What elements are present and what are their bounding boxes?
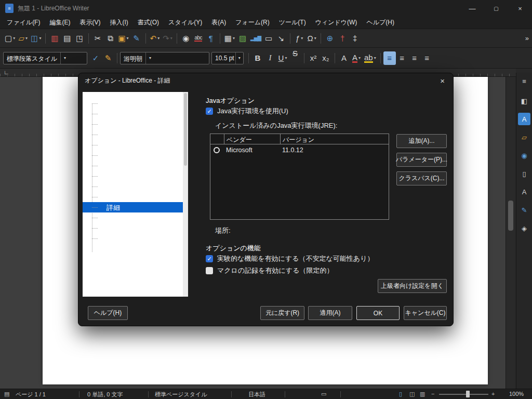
jre-table-row[interactable]: Microsoft 11.0.12 xyxy=(210,144,389,156)
dialog-close-button[interactable]: × xyxy=(438,76,447,85)
chevron-down-icon[interactable]: ▾ xyxy=(358,56,361,60)
copy-button[interactable]: ⧉ xyxy=(104,32,116,45)
toolbar-overflow-button[interactable]: » xyxy=(525,34,529,42)
align-left-button[interactable]: ≡ xyxy=(383,51,396,65)
sidebar-character-button[interactable]: A xyxy=(518,113,530,125)
tree-item[interactable] xyxy=(83,181,188,192)
version-column-header[interactable]: バージョン xyxy=(280,134,389,144)
page-break-button[interactable]: ↘ xyxy=(275,32,287,45)
menu-view[interactable]: 表示(V) xyxy=(75,17,105,29)
help-button[interactable]: ヘルプ(H) xyxy=(88,306,128,320)
tree-item[interactable] xyxy=(83,119,188,129)
sidebar-navigator-button[interactable]: ◈ xyxy=(518,222,530,234)
menu-window[interactable]: ウィンドウ(W) xyxy=(311,17,362,29)
menu-styles[interactable]: スタイル(Y) xyxy=(164,17,207,29)
parameters-button[interactable]: パラメーター(P)... xyxy=(396,153,447,167)
sidebar-page-button[interactable]: ▯ xyxy=(518,167,530,180)
expert-config-button[interactable]: 上級者向け設定を開く xyxy=(378,279,447,293)
zoom-slider[interactable] xyxy=(439,394,488,395)
strikethrough-button[interactable]: S xyxy=(289,51,301,65)
insert-field-button[interactable]: ƒ▾ xyxy=(293,32,305,45)
menu-tools[interactable]: ツール(T) xyxy=(274,17,311,29)
menu-edit[interactable]: 編集(E) xyxy=(45,17,75,29)
tree-item[interactable] xyxy=(83,129,188,140)
special-character-button[interactable]: Ω▾ xyxy=(305,32,318,45)
page-number-status[interactable]: ページ 1 / 1 xyxy=(16,391,46,398)
menu-insert[interactable]: 挿入(I) xyxy=(105,17,132,29)
menu-help[interactable]: ヘルプ(H) xyxy=(362,17,399,29)
checkbox-unchecked-icon[interactable] xyxy=(206,267,213,274)
chevron-down-icon[interactable]: ▾ xyxy=(145,52,154,64)
chevron-down-icon[interactable]: ▾ xyxy=(60,52,69,64)
hyperlink-button[interactable]: ⊕ xyxy=(324,32,336,45)
macro-recording-checkbox-row[interactable]: マクロの記録を有効にする（限定的） xyxy=(206,266,333,275)
formatting-marks-button[interactable]: ¶ xyxy=(205,32,217,45)
insert-endnote-button[interactable]: ‡ xyxy=(349,32,361,45)
menu-table[interactable]: 表(A) xyxy=(207,17,231,29)
bold-button[interactable]: B xyxy=(251,51,264,65)
insert-image-button[interactable]: ▨ xyxy=(236,32,249,45)
apply-button[interactable]: 適用(A) xyxy=(308,306,352,320)
tree-item[interactable] xyxy=(83,161,188,171)
language-status[interactable]: 日本語 xyxy=(248,391,265,398)
tree-item[interactable] xyxy=(83,98,188,109)
font-size-combobox[interactable]: 10.5 pt ▾ xyxy=(211,52,244,64)
single-page-view-icon[interactable]: ▯ xyxy=(399,391,402,397)
menu-format[interactable]: 書式(O) xyxy=(133,17,164,29)
tree-item[interactable] xyxy=(83,171,188,181)
sidebar-properties-button[interactable]: ◧ xyxy=(518,95,530,107)
redo-button[interactable]: ↷▾ xyxy=(161,32,174,45)
subscript-button[interactable]: x₂ xyxy=(320,51,332,65)
new-document-button[interactable]: ▢▾ xyxy=(3,32,17,45)
open-button[interactable]: ▱▾ xyxy=(17,32,29,45)
tree-item[interactable] xyxy=(83,150,188,161)
font-name-combobox[interactable]: 游明朝 ▾ xyxy=(120,52,209,64)
chevron-down-icon[interactable]: ▾ xyxy=(374,56,376,60)
insert-chart-button[interactable]: ▂▅▇ xyxy=(249,32,262,45)
superscript-button[interactable]: x² xyxy=(307,51,320,65)
classpath-button[interactable]: クラスパス(C)... xyxy=(396,171,447,185)
ok-button[interactable]: OK xyxy=(356,306,400,320)
experimental-checkbox-row[interactable]: ✓ 実験的な機能を有効にする（不安定な可能性あり） xyxy=(206,254,374,263)
chevron-down-icon[interactable]: ▾ xyxy=(157,36,159,41)
highlight-color-button[interactable]: ab▾ xyxy=(363,51,378,65)
align-center-button[interactable]: ≡ xyxy=(396,51,408,65)
zoom-in-icon[interactable]: + xyxy=(491,391,495,397)
book-view-icon[interactable]: ▥ xyxy=(420,391,425,397)
chevron-down-icon[interactable]: ▾ xyxy=(127,36,129,41)
chevron-down-icon[interactable]: ▾ xyxy=(39,36,41,41)
chevron-down-icon[interactable]: ▾ xyxy=(301,36,303,41)
align-right-button[interactable]: ≡ xyxy=(408,51,421,65)
insert-table-button[interactable]: ▦▾ xyxy=(223,32,236,45)
chevron-down-icon[interactable]: ▾ xyxy=(25,36,28,41)
new-style-button[interactable]: ✎ xyxy=(102,51,114,65)
tree-item[interactable] xyxy=(83,223,188,233)
insert-footnote-button[interactable]: † xyxy=(336,32,349,45)
use-jre-checkbox-row[interactable]: ✓ Java実行環境を使用(U) xyxy=(206,107,288,116)
vendor-column-header[interactable]: ベンダー xyxy=(224,134,280,144)
page-style-status[interactable]: 標準ページスタイル xyxy=(155,391,207,398)
spell-check-button[interactable]: abc xyxy=(192,32,205,45)
chevron-down-icon[interactable]: ▾ xyxy=(170,36,172,41)
selection-mode-icon[interactable]: ▭ xyxy=(321,391,326,397)
tree-item[interactable] xyxy=(83,233,188,244)
chevron-down-icon[interactable]: ▾ xyxy=(314,36,316,41)
zoom-slider-thumb[interactable] xyxy=(466,391,470,397)
vertical-scrollbar[interactable] xyxy=(506,77,515,389)
zoom-level[interactable]: 100% xyxy=(509,391,524,397)
italic-button[interactable]: I xyxy=(264,51,276,65)
checkbox-checked-icon[interactable]: ✓ xyxy=(206,108,213,115)
sidebar-media-button[interactable]: ◉ xyxy=(518,149,530,162)
jre-radio-button[interactable] xyxy=(214,147,220,153)
sidebar-settings-button[interactable]: ≡ xyxy=(518,75,530,87)
scrollbar-thumb[interactable] xyxy=(508,201,513,231)
undo-button[interactable]: ↶▾ xyxy=(149,32,162,45)
jre-table[interactable]: ベンダー バージョン Microsoft 11.0.12 xyxy=(210,134,389,220)
save-button[interactable]: ◫▾ xyxy=(29,32,43,45)
find-replace-button[interactable]: ◉ xyxy=(180,32,192,45)
chevron-down-icon[interactable]: ▾ xyxy=(285,56,287,60)
sidebar-draw-button[interactable]: ✎ xyxy=(518,204,530,216)
tabstop-selector-icon[interactable]: ∟ xyxy=(2,69,11,75)
clear-formatting-button[interactable]: A xyxy=(338,51,350,65)
tree-item[interactable] xyxy=(83,109,188,119)
